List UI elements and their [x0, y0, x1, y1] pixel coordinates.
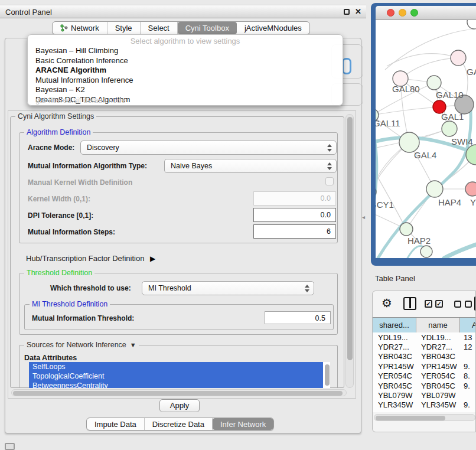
- kernel-width-input[interactable]: 0.0: [253, 191, 336, 206]
- node-bottom-cut[interactable]: [420, 246, 432, 257]
- column-header-name[interactable]: name: [416, 318, 460, 333]
- popup-item-bayesian-hill[interactable]: Bayesian – Hill Climbing: [28, 46, 343, 56]
- cell: YER054C: [373, 371, 416, 380]
- node-hap4[interactable]: [426, 181, 443, 197]
- popup-item-bayesian-k2[interactable]: Bayesian – K2: [28, 85, 343, 95]
- settings-horizontal-scrollbar[interactable]: [11, 389, 347, 396]
- list-scrollbar-thumb[interactable]: [325, 364, 330, 386]
- tab-style[interactable]: Style: [107, 22, 141, 34]
- table-panel: ⚙ ✓ ✓ shared... name A YDL19... YDL19...…: [372, 291, 476, 432]
- table-panel-header: Table Panel: [367, 269, 476, 288]
- collapse-down-icon[interactable]: ▼: [130, 341, 136, 348]
- minimize-traffic-light-icon[interactable]: [399, 9, 406, 17]
- table-horizontal-scrollbar[interactable]: [374, 414, 475, 421]
- column-header-shared[interactable]: shared...: [373, 318, 416, 333]
- node-hap2[interactable]: [400, 223, 413, 236]
- restore-icon[interactable]: [344, 9, 350, 15]
- cell: YBR045C: [416, 381, 460, 390]
- tab-discretize-data[interactable]: Discretize Data: [145, 418, 213, 430]
- apply-button[interactable]: Apply: [159, 399, 200, 412]
- node-y-pink[interactable]: [465, 182, 476, 196]
- cyni-algorithm-settings-group: Cyni Algorithm Settings Algorithm Defini…: [10, 116, 344, 388]
- table-header-row: shared... name A: [373, 317, 476, 332]
- settings-vertical-scrollbar[interactable]: [345, 114, 354, 388]
- data-attributes-list[interactable]: SelfLoops TopologicalCoefficient Between…: [29, 362, 330, 388]
- popup-item-basic-correlation[interactable]: Basic Correlation Inference: [28, 56, 343, 66]
- tab-network-label: Network: [71, 24, 99, 32]
- ghost-combo-text: gal-filtered.sif default node: [35, 96, 125, 105]
- checked-box-icon[interactable]: ✓: [435, 300, 443, 308]
- network-canvas[interactable]: GAL GAL80 GAL10 GAL1 GAL11 SWI4 GAL4 GCY…: [376, 20, 476, 258]
- node-gal-partial[interactable]: [451, 50, 466, 66]
- cell: 9.: [460, 362, 476, 371]
- checked-box-icon[interactable]: ✓: [425, 300, 432, 308]
- svg-text:HAP2: HAP2: [407, 236, 431, 246]
- dock-panel-icon[interactable]: [5, 443, 15, 450]
- gear-icon[interactable]: ⚙: [382, 296, 392, 310]
- popup-item-aracne[interactable]: ARACNE Algorithm: [28, 66, 343, 76]
- table-panel-title: Table Panel: [375, 274, 415, 283]
- list-item-topologicalcoefficient[interactable]: TopologicalCoefficient: [29, 371, 323, 381]
- table-toolbar: ⚙ ✓ ✓: [373, 291, 476, 316]
- settings-vscroll-thumb[interactable]: [347, 117, 353, 360]
- popup-item-mutual-information[interactable]: Mutual Information Inference: [28, 76, 343, 86]
- node-gal10[interactable]: [427, 76, 441, 90]
- combo-stepper-icon: [327, 144, 332, 152]
- svg-text:GCY1: GCY1: [376, 200, 394, 210]
- table-body[interactable]: YDL19... YDL19... 13 YDR27... YDR27... 1…: [373, 332, 476, 412]
- node-top-cut[interactable]: [467, 20, 476, 29]
- combo-focus-ring[interactable]: [342, 58, 351, 74]
- split-columns-icon[interactable]: [403, 297, 416, 310]
- cell: YPR145W: [373, 362, 416, 371]
- close-traffic-light-icon[interactable]: [387, 9, 395, 17]
- algorithm-definition-title: Algorithm Definition: [24, 128, 93, 136]
- node-gal4[interactable]: [399, 132, 419, 152]
- control-panel-title: Control Panel: [5, 8, 52, 17]
- manual-kernel-checkbox[interactable]: [325, 177, 334, 185]
- cell: 9.: [460, 381, 476, 390]
- mi-type-value: Naive Bayes: [171, 162, 212, 170]
- tab-network[interactable]: Network: [53, 22, 107, 34]
- table-hscroll-thumb[interactable]: [376, 416, 445, 420]
- hub-section-toggle[interactable]: Hub/Transcription Factor Definition ▶: [26, 254, 155, 263]
- cyni-toolbox-panel: gal-filtered.sif default node Select alg…: [5, 38, 361, 433]
- aracne-mode-combo[interactable]: Discovery: [80, 141, 337, 155]
- cell: 9: [460, 410, 476, 412]
- tab-jactivemnodules[interactable]: jActiveMNodules: [237, 22, 309, 34]
- list-item-betweennesscentrality[interactable]: BetweennessCentrality: [29, 381, 323, 388]
- mi-threshold-input[interactable]: 0.5: [265, 311, 331, 324]
- tab-cyni-toolbox[interactable]: Cyni Toolbox: [178, 22, 237, 34]
- combo-stepper-icon: [304, 284, 309, 293]
- network-labels: GAL GAL80 GAL10 GAL1 GAL11 SWI4 GAL4 GCY…: [376, 67, 476, 246]
- algorithm-definition-group: Algorithm Definition Aracne Mode: Discov…: [19, 132, 338, 243]
- tab-impute-data[interactable]: Impute Data: [87, 418, 145, 430]
- cell: YDL19...: [416, 333, 460, 342]
- mi-type-combo[interactable]: Naive Bayes: [164, 159, 337, 173]
- which-threshold-value: MI Threshold: [148, 284, 191, 292]
- aracne-mode-label: Aracne Mode:: [28, 144, 74, 152]
- mi-steps-input[interactable]: 6: [253, 224, 336, 239]
- node-gal1-green[interactable]: [442, 121, 457, 136]
- cell: YDR27...: [373, 343, 416, 351]
- splitpane-collapse-icon[interactable]: ◂: [362, 214, 365, 220]
- dpi-tolerance-input[interactable]: 0.0: [253, 208, 336, 222]
- aracne-mode-value: Discovery: [87, 144, 119, 152]
- cell: YDR27...: [416, 343, 460, 351]
- close-icon[interactable]: ✕: [355, 7, 361, 16]
- unchecked-box-icon[interactable]: [454, 301, 461, 308]
- cell: 13: [460, 333, 476, 342]
- column-header-third[interactable]: A: [460, 318, 476, 333]
- settings-hscroll-thumb[interactable]: [13, 391, 343, 396]
- zoom-traffic-light-icon[interactable]: [410, 9, 418, 17]
- cell: YPR145W: [416, 362, 460, 371]
- cell: 8.: [460, 371, 476, 380]
- list-item-selfloops[interactable]: SelfLoops: [29, 362, 323, 371]
- tab-infer-network[interactable]: Infer Network: [213, 418, 273, 430]
- mi-threshold-group: MI Threshold Definition Mutual Informati…: [24, 304, 334, 330]
- network-window-titlebar[interactable]: [376, 6, 476, 20]
- unchecked-box-icon[interactable]: [465, 301, 472, 308]
- which-threshold-combo[interactable]: MI Threshold: [142, 281, 314, 295]
- data-attributes-label: Data Attributes: [24, 354, 77, 362]
- svg-text:GAL11: GAL11: [376, 118, 400, 128]
- tab-select[interactable]: Select: [141, 22, 178, 34]
